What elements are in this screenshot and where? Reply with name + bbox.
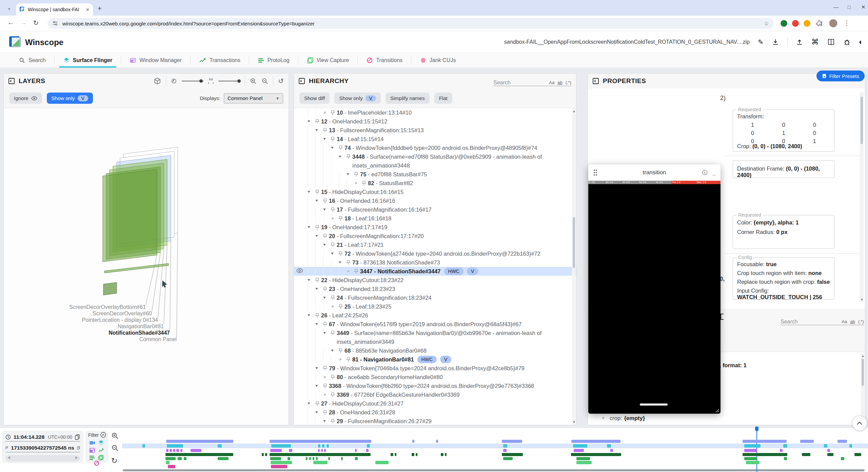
view-capture-segment[interactable] <box>375 461 389 464</box>
transactions-trace-icon[interactable] <box>98 448 104 453</box>
timeline-zoom-in-icon[interactable] <box>111 432 119 439</box>
expand-arrow-icon[interactable] <box>331 147 334 149</box>
layer-label[interactable]: ScreenDecorOverlayBottom#61 <box>69 304 146 310</box>
view-capture-segment[interactable] <box>166 461 170 464</box>
extension-icon-yellow[interactable] <box>804 20 810 27</box>
protolog-segment[interactable] <box>218 457 229 460</box>
surface-flinger-segment[interactable] <box>271 444 291 448</box>
hierarchy-tree-row[interactable]: 68 - 885b63e NavigationBar0#68 <box>294 346 576 355</box>
extensions-puzzle-icon[interactable] <box>816 20 823 27</box>
expand-arrow-icon[interactable] <box>315 367 318 369</box>
protolog-segment[interactable] <box>184 457 186 460</box>
pin-icon[interactable] <box>323 196 329 203</box>
expand-arrow-icon[interactable] <box>308 402 310 405</box>
timeline-scrollbar[interactable] <box>123 469 865 471</box>
layer-label-selected[interactable]: NotificationShade#3447 <box>109 330 170 336</box>
rotation-icon[interactable] <box>171 78 177 84</box>
expand-arrow-icon[interactable] <box>347 173 349 175</box>
expand-arrow-icon[interactable] <box>315 200 318 202</box>
protolog-segment[interactable] <box>270 457 281 460</box>
hierarchy-tree-row[interactable]: 29 - FullscreenMagnification:26:27#29 <box>294 417 576 425</box>
transitions-trace-icon[interactable] <box>94 460 99 466</box>
pin-icon[interactable] <box>346 152 352 159</box>
transactions-segment[interactable] <box>395 453 396 456</box>
hierarchy-tree-row[interactable]: 82 - StatusBar#82 <box>294 179 576 188</box>
hierarchy-tree-row[interactable]: 18 - Leaf:16:16#18 <box>294 214 576 223</box>
hierarchy-scrollbar[interactable]: ▲ ▼ <box>572 109 576 425</box>
window-minimize-button[interactable]: — <box>833 4 839 10</box>
pin-icon[interactable] <box>331 108 337 115</box>
window-manager-segment[interactable] <box>180 449 182 452</box>
regex-icon[interactable]: (.*) <box>566 80 571 85</box>
protolog-segment[interactable] <box>313 457 314 460</box>
transitions-segment[interactable] <box>168 465 175 468</box>
view-capture-segment[interactable] <box>271 461 292 464</box>
pin-icon[interactable] <box>331 205 337 212</box>
screen-recording-segment[interactable] <box>837 440 847 443</box>
spacing-icon[interactable] <box>208 78 214 84</box>
tab-search[interactable]: Search <box>10 53 55 67</box>
hierarchy-tree-row[interactable]: 23 - OneHanded:18:23#23 <box>294 284 576 293</box>
pin-icon[interactable] <box>338 249 344 256</box>
regex-icon[interactable]: (.*) <box>858 319 864 324</box>
surface-flinger-segment[interactable] <box>744 444 761 448</box>
transition-screenshot-window[interactable]: transition ⓘ _ P: 0/1dX: 0.0dY: 0.0Xv: 0… <box>588 164 721 414</box>
protolog-segment[interactable] <box>341 457 343 460</box>
window-manager-segment[interactable] <box>270 449 282 452</box>
screen-recording-segment[interactable] <box>800 440 814 443</box>
view-capture-segment[interactable] <box>313 461 328 464</box>
minimize-icon[interactable]: _ <box>712 169 716 176</box>
expand-arrow-icon[interactable] <box>339 261 341 263</box>
transactions-segment[interactable] <box>265 453 267 456</box>
view-capture-segment[interactable] <box>576 461 592 464</box>
surface-flinger-segment[interactable] <box>607 444 611 448</box>
pin-icon[interactable] <box>331 373 337 380</box>
transactions-segment[interactable] <box>854 453 861 456</box>
next-frame-button[interactable]: > <box>75 455 77 460</box>
window-manager-segment[interactable] <box>166 449 169 452</box>
expand-arrow-icon[interactable] <box>315 323 318 325</box>
transactions-segment[interactable] <box>416 453 417 456</box>
collapse-filter-icon[interactable] <box>100 432 106 438</box>
transactions-segment[interactable] <box>412 453 414 456</box>
surface-flinger-segment[interactable] <box>322 444 324 448</box>
transactions-segment[interactable] <box>445 453 447 456</box>
pin-icon[interactable] <box>315 188 321 195</box>
upload-icon[interactable] <box>796 38 803 46</box>
expand-arrow-icon[interactable] <box>323 297 326 299</box>
tab-window-manager[interactable]: Window Manager <box>121 53 191 67</box>
hierarchy-tree-row[interactable]: 13 - FullscreenMagnification:15:15#13 <box>294 126 576 135</box>
tab-view-capture[interactable]: View Capture <box>298 53 358 67</box>
pin-icon[interactable] <box>315 117 321 124</box>
show-only-chip[interactable]: Show only V <box>334 93 381 104</box>
browser-tab[interactable]: Winscope | sandbox-FAI ✕ <box>16 3 93 16</box>
pin-icon[interactable] <box>354 170 360 177</box>
expand-arrow-icon[interactable] <box>323 138 326 140</box>
transactions-segment[interactable] <box>743 453 787 456</box>
screen-recording-segment[interactable] <box>436 440 438 443</box>
surface-flinger-segment[interactable] <box>783 444 787 448</box>
new-tab-button[interactable]: + <box>98 5 102 13</box>
window-manager-segment[interactable] <box>170 449 172 452</box>
pin-icon[interactable] <box>331 329 337 336</box>
window-manager-segment[interactable] <box>173 449 175 452</box>
surface-flinger-segment[interactable] <box>167 444 183 448</box>
hierarchy-tree-row[interactable]: 17 - FullscreenMagnification:16:16#17 <box>294 205 576 214</box>
expand-arrow-icon[interactable] <box>308 191 310 193</box>
match-word-icon[interactable]: ab <box>557 80 562 85</box>
window-manager-segment[interactable] <box>191 449 201 452</box>
surface-flinger-segment[interactable] <box>318 444 320 448</box>
download-icon[interactable] <box>772 38 779 46</box>
surface-flinger-segment[interactable] <box>142 444 145 448</box>
copy-icon[interactable] <box>75 434 80 440</box>
timeline-zoom-out-icon[interactable] <box>111 444 119 452</box>
protolog-segment[interactable] <box>576 457 590 460</box>
hierarchy-tree-row[interactable]: 16 - OneHanded:16:16#16 <box>294 196 576 205</box>
view-capture-trace-icon[interactable] <box>98 455 104 460</box>
time-value[interactable]: 11:04:14.228 <box>14 434 44 440</box>
window-manager-trace-icon[interactable] <box>90 448 95 453</box>
hierarchy-tree-row[interactable]: 3448 - Surface(name=ed70f88 StatusBar)/@… <box>294 152 576 170</box>
zoom-out-icon[interactable] <box>261 78 268 84</box>
zoom-in-icon[interactable] <box>250 78 257 84</box>
spacing-slider[interactable] <box>218 81 240 81</box>
